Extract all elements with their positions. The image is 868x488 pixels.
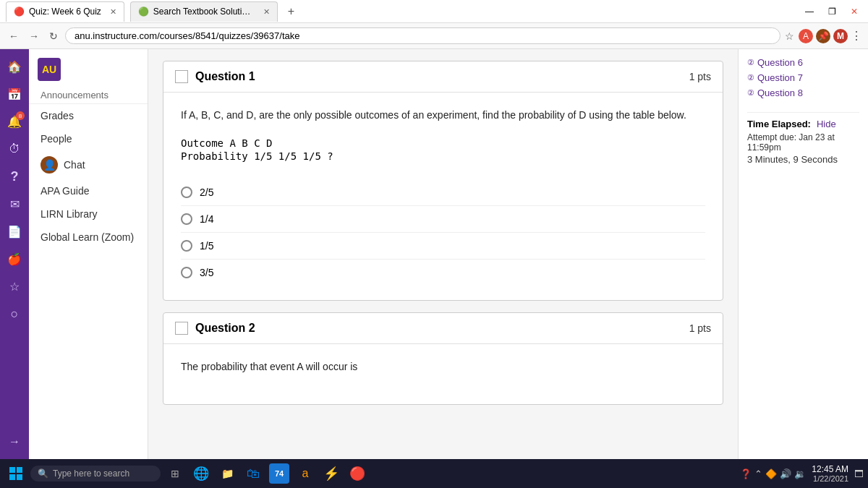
svg-rect-2 — [9, 474, 15, 480]
bookmark-icon[interactable]: ☆ — [785, 30, 794, 42]
main-content: Question 1 1 pts If A, B, C, and D, are … — [148, 49, 738, 459]
system-clock[interactable]: 12:45 AM 1/22/2021 — [812, 464, 848, 483]
refresh-button[interactable]: ↻ — [46, 29, 61, 43]
question-7-label: Question 7 — [757, 72, 803, 83]
start-button[interactable] — [4, 462, 27, 485]
sidebar-item-people[interactable]: People — [29, 127, 148, 150]
answer-option-1-5[interactable]: 1/5 — [181, 232, 705, 259]
document-icon[interactable]: 📄 — [3, 220, 26, 243]
question-6-label: Question 6 — [757, 57, 803, 68]
question-1-text: If A, B, C, and D, are the only possible… — [181, 107, 705, 123]
user-avatar: 👤 — [41, 156, 58, 174]
notifications-tray-icon[interactable]: 🗖 — [854, 468, 864, 479]
answer-label-2-5: 2/5 — [200, 187, 213, 198]
question-6-icon: ② — [747, 58, 754, 67]
time-section: Time Elapsed: Hide Attempt due: Jan 23 a… — [747, 112, 859, 165]
answer-option-3-5[interactable]: 3/5 — [181, 259, 705, 286]
mail-icon[interactable]: ✉ — [3, 192, 26, 215]
speaker-icon[interactable]: 🔊 — [780, 468, 791, 479]
time-elapsed-row: Time Elapsed: Hide — [747, 119, 859, 129]
browser-tab-bar: 🔴 Quiz: Week 6 Quiz ✕ 🟢 Search Textbook … — [0, 0, 868, 23]
menu-icon[interactable]: ⋮ — [851, 29, 862, 43]
url-input[interactable] — [65, 27, 780, 44]
pin-extension-icon[interactable]: 📌 — [816, 29, 830, 43]
calendar-icon[interactable]: 📅 — [3, 82, 26, 106]
sidebar-item-grades[interactable]: Grades — [29, 104, 148, 127]
question-tray-icon[interactable]: ❓ — [740, 468, 752, 479]
tray-icons: ❓ ⌃ 🔶 🔊 🔉 — [740, 468, 806, 479]
user-extension-icon[interactable]: M — [833, 29, 848, 43]
maximize-button[interactable]: ❐ — [824, 5, 841, 18]
radio-1-4[interactable] — [181, 213, 192, 225]
clock-icon[interactable]: ⏱ — [3, 137, 26, 160]
network-icon[interactable]: 🔶 — [765, 468, 777, 479]
pinned-74[interactable]: 74 — [268, 462, 291, 485]
answer-options-q1: 2/5 1/4 1/5 3/5 — [181, 179, 705, 286]
store-icon[interactable]: 🛍 — [242, 462, 265, 485]
main-layout: 🏠 📅 🔔 8 ⏱ ? ✉ 📄 🍎 ☆ ○ → AU Announcements… — [0, 49, 868, 459]
question-1-pts: 1 pts — [689, 71, 711, 82]
star-icon[interactable]: ☆ — [3, 275, 26, 298]
arrow-right-icon[interactable]: → — [3, 430, 26, 453]
notification-badge: 8 — [16, 111, 25, 120]
quiz-tab[interactable]: 🔴 Quiz: Week 6 Quiz ✕ — [6, 1, 124, 22]
close-button[interactable]: ✕ — [846, 5, 862, 18]
question-7-link[interactable]: ② Question 7 — [747, 70, 859, 85]
textbook-tab[interactable]: 🟢 Search Textbook Solutions | Che... ✕ — [130, 1, 278, 22]
sidebar-item-lirn-library[interactable]: LIRN Library — [29, 202, 148, 226]
answer-option-1-4[interactable]: 1/4 — [181, 205, 705, 232]
radio-2-5[interactable] — [181, 187, 192, 198]
table-row-1: Outcome A B C D — [181, 137, 705, 149]
quiz-tab-close[interactable]: ✕ — [110, 7, 116, 17]
sidebar-item-apa-guide[interactable]: APA Guide — [29, 179, 148, 202]
time-count: 3 Minutes, 9 Seconds — [747, 154, 859, 165]
volume-icon[interactable]: 🔉 — [794, 468, 806, 479]
circle-icon[interactable]: ○ — [3, 302, 26, 325]
au-logo: AU — [38, 58, 61, 81]
question-1-checkbox[interactable] — [175, 70, 188, 83]
sidebar-item-global-learn[interactable]: Global Learn (Zoom) — [29, 226, 148, 249]
question-7-icon: ② — [747, 73, 754, 82]
bolt-icon[interactable]: ⚡ — [320, 462, 343, 485]
minimize-button[interactable]: — — [801, 5, 818, 18]
question-1-title: Question 1 — [195, 70, 682, 83]
taskbar-search[interactable]: 🔍 Type here to search — [30, 466, 161, 481]
logo-text: AU — [42, 64, 56, 75]
question-2-header: Question 2 1 pts — [163, 313, 723, 344]
window-controls: — ❐ ✕ — [801, 5, 862, 18]
apple-icon[interactable]: 🍎 — [3, 247, 26, 270]
task-view-button[interactable]: ⊞ — [163, 462, 187, 485]
clock-time: 12:45 AM — [812, 464, 848, 474]
hide-link[interactable]: Hide — [817, 119, 836, 129]
radio-1-5[interactable] — [181, 240, 192, 252]
clock-date: 1/22/2021 — [812, 474, 848, 483]
question-8-link[interactable]: ② Question 8 — [747, 85, 859, 100]
pdf-extension-icon[interactable]: A — [799, 29, 813, 43]
up-arrow-icon[interactable]: ⌃ — [754, 468, 762, 479]
question-2-body: The probability that event A will occur … — [163, 344, 723, 403]
question-6-link[interactable]: ② Question 6 — [747, 55, 859, 70]
pinned-74-label: 74 — [275, 469, 284, 478]
file-explorer-icon[interactable]: 📁 — [216, 462, 239, 485]
svg-rect-3 — [17, 474, 22, 480]
chrome-icon[interactable]: 🔴 — [346, 462, 369, 485]
taskbar: 🔍 Type here to search ⊞ 🌐 📁 🛍 74 a ⚡ 🔴 ❓… — [0, 459, 868, 488]
new-tab-button[interactable]: + — [284, 5, 299, 18]
sidebar-item-chat[interactable]: 👤 Chat — [29, 150, 148, 179]
search-placeholder: Type here to search — [53, 468, 129, 479]
home-icon[interactable]: 🏠 — [3, 55, 26, 78]
answer-option-2-5[interactable]: 2/5 — [181, 179, 705, 205]
question-2-checkbox[interactable] — [175, 322, 188, 335]
textbook-tab-close[interactable]: ✕ — [263, 7, 270, 17]
help-icon[interactable]: ? — [3, 165, 26, 188]
radio-3-5[interactable] — [181, 267, 192, 278]
amazon-icon[interactable]: a — [294, 462, 317, 485]
back-button[interactable]: ← — [6, 29, 22, 43]
question-1-header: Question 1 1 pts — [163, 61, 723, 93]
address-bar: ← → ↻ ☆ A 📌 M ⋮ — [0, 23, 868, 49]
question-1-body: If A, B, C, and D, are the only possible… — [163, 93, 723, 300]
forward-button[interactable]: → — [26, 29, 42, 43]
icon-sidebar: 🏠 📅 🔔 8 ⏱ ? ✉ 📄 🍎 ☆ ○ → — [0, 49, 29, 459]
edge-browser-icon[interactable]: 🌐 — [190, 462, 213, 485]
notifications-icon[interactable]: 🔔 8 — [3, 110, 26, 133]
